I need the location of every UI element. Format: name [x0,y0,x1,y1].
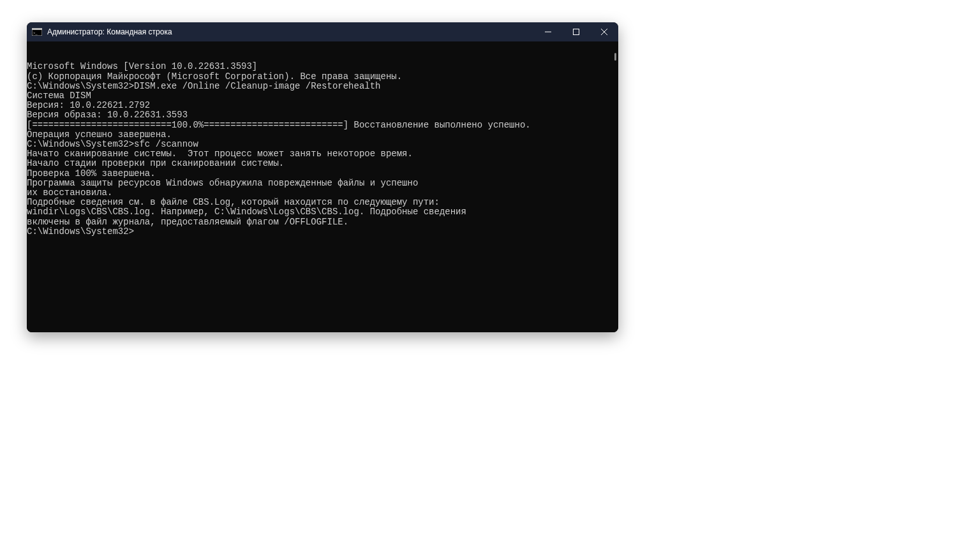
terminal-line: windir\Logs\CBS\CBS.log. Например, C:\Wi… [27,207,618,217]
terminal-output[interactable]: Microsoft Windows [Version 10.0.22631.35… [27,41,618,332]
terminal-line: [==========================100.0%=======… [27,121,618,130]
cmd-icon: >_ [32,28,42,36]
svg-rect-4 [574,29,579,35]
terminal-line: C:\Windows\System32>sfc /scannow [27,140,618,149]
svg-text:>_: >_ [33,31,38,35]
terminal-line: Microsoft Windows [Version 10.0.22631.35… [27,62,618,71]
window-controls [534,22,618,41]
terminal-line: Версия образа: 10.0.22631.3593 [27,110,618,120]
window-title: Администратор: Командная строка [47,27,172,36]
terminal-line: их восстановила. [27,188,618,198]
scrollbar-thumb[interactable] [614,53,616,61]
terminal-line: C:\Windows\System32>DISM.exe /Online /Cl… [27,82,618,91]
terminal-line: включены в файл журнала, предоставляемый… [27,217,618,227]
titlebar[interactable]: >_ Администратор: Командная строка [27,22,618,41]
terminal-line: (c) Корпорация Майкрософт (Microsoft Cor… [27,72,618,82]
terminal-line: Версия: 10.0.22621.2792 [27,101,618,110]
terminal-line: Начало стадии проверки при сканировании … [27,159,618,168]
terminal-line: Начато сканирование системы. Этот процес… [27,149,618,159]
minimize-button[interactable] [534,22,562,41]
maximize-button[interactable] [562,22,590,41]
terminal-line: Операция успешно завершена. [27,130,618,140]
cmd-window: >_ Администратор: Командная строка Micro… [27,22,618,332]
svg-rect-1 [32,28,42,30]
terminal-line: Программа защиты ресурсов Windows обнару… [27,179,618,188]
terminal-line: Cистема DISM [27,91,618,101]
close-button[interactable] [590,22,618,41]
terminal-line: Проверка 100% завершена. [27,169,618,179]
terminal-line: C:\Windows\System32> [27,227,618,237]
terminal-line: Подробные сведения см. в файле CBS.Log, … [27,198,618,207]
